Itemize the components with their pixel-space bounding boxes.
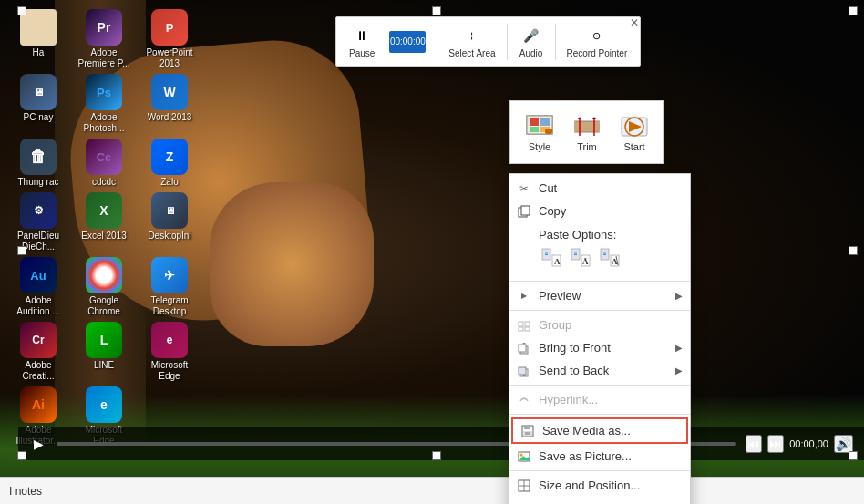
video-bar: ▶ ⏮ ⏭ 00:00,00 🔊 <box>18 427 864 460</box>
menu-item-send-to-back[interactable]: Send to Back ▶ <box>509 359 690 382</box>
volume-prev-button[interactable]: ⏮ <box>746 435 762 453</box>
svg-rect-48 <box>525 432 530 435</box>
select-area-button[interactable]: ⊹ Select Area <box>445 23 499 60</box>
desktop-icon-line[interactable]: L LINE <box>75 322 133 382</box>
desktopini-icon: 🖥 <box>151 192 188 229</box>
record-pointer-icon: ⊙ <box>586 25 608 46</box>
send-to-back-arrow: ▶ <box>675 365 683 375</box>
selection-handle-ml[interactable] <box>17 246 26 255</box>
icon-label-pc: PC nay <box>24 112 54 123</box>
desktop-icon-word[interactable]: W Word 2013 <box>140 74 199 134</box>
svg-marker-13 <box>592 117 596 119</box>
paste-options-label: Paste Options: <box>509 226 683 242</box>
audition-icon: Au <box>20 257 57 293</box>
desktop-icon-zalo[interactable]: Z Zalo <box>140 139 199 188</box>
svg-rect-20 <box>545 252 548 253</box>
size-position-icon <box>517 478 531 493</box>
desktop-icon-desktopini[interactable]: 🖥 DesktopIni <box>140 192 199 252</box>
svg-text:Ā: Ā <box>582 257 589 266</box>
trim-button[interactable]: Trim <box>565 108 609 156</box>
group-icon <box>517 318 531 333</box>
desktop-icon-pc[interactable]: 🖥 PC nay <box>9 74 67 134</box>
style-label: Style <box>529 141 550 152</box>
desktop-icon-file[interactable]: Ha <box>9 9 67 69</box>
desktop-icon-task[interactable]: 🗑 Thung rac <box>9 139 67 188</box>
icon-row-2: 🖥 PC nay Ps Adobe Photosh... W Word 2013 <box>9 74 199 134</box>
selection-handle-bm[interactable] <box>432 451 441 460</box>
paste-options-area: A Ā A <box>509 242 683 274</box>
svg-rect-7 <box>574 121 600 132</box>
desktop-icon-audition[interactable]: Au Adobe Audition ... <box>9 257 67 317</box>
zalo-icon: Z <box>151 139 188 175</box>
paste-options-container: Paste Options: A Ā <box>509 222 690 278</box>
menu-item-bring-to-front[interactable]: Bring to Front ▶ <box>509 336 690 359</box>
svg-rect-35 <box>519 322 523 326</box>
icon-row-3: 🗑 Thung rac Cc cdcdc Z Zalo <box>9 139 199 188</box>
menu-item-save-media[interactable]: Save Media as... <box>511 417 688 444</box>
menu-item-save-picture[interactable]: Save as Picture... <box>509 445 690 468</box>
menu-sep-2 <box>509 310 690 311</box>
menu-item-preview[interactable]: ▶ Preview ▶ <box>509 284 690 307</box>
task-icon: 🗑 <box>20 139 57 175</box>
chrome-icon <box>86 257 122 293</box>
paste-opt-3[interactable]: A <box>597 245 622 271</box>
desktop-icon-ms[interactable]: e Microsoft Edge <box>140 322 199 382</box>
icon-row-5: Au Adobe Audition ... Google Chrome ✈ Te… <box>9 257 199 317</box>
pause-button[interactable]: ⏸ Pause <box>345 23 378 60</box>
selection-handle-br[interactable] <box>849 451 858 460</box>
copy-label: Copy <box>539 204 566 218</box>
svg-rect-4 <box>530 127 539 132</box>
desktop-icon-adobecr[interactable]: Cr Adobe Creati... <box>9 322 67 382</box>
desktop-icon-ppt[interactable]: P PowerPoint 2013 <box>140 9 199 69</box>
menu-item-copy[interactable]: Copy <box>509 200 690 222</box>
bring-to-front-label: Bring to Front <box>539 341 611 355</box>
desktop-icon-premiere[interactable]: Pr Adobe Premiere P... <box>75 9 133 69</box>
menu-item-size-position[interactable]: Size and Position... <box>509 474 690 497</box>
selection-handle-tl[interactable] <box>17 6 26 15</box>
desktop-icon-panel[interactable]: ⚙ PanelDieu DieCh... <box>9 192 67 252</box>
play-button[interactable]: ▶ <box>29 435 47 453</box>
audio-button[interactable]: 🎤 Audio <box>515 23 548 60</box>
desktop-icon-telegram[interactable]: ✈ Telegram Desktop <box>140 257 199 317</box>
send-to-back-icon <box>517 364 531 378</box>
start-button[interactable]: Start <box>612 108 656 156</box>
record-pointer-button[interactable]: ⊙ Record Pointer <box>563 23 632 60</box>
menu-item-format-video[interactable]: Format Video... <box>509 497 690 504</box>
menu-item-cut[interactable]: ✂ Cut <box>509 177 690 200</box>
format-video-icon <box>517 501 531 505</box>
desktop-icon-photoshop[interactable]: Ps Adobe Photosh... <box>75 74 133 134</box>
cut-icon: ✂ <box>517 181 531 196</box>
svg-rect-21 <box>545 254 548 256</box>
icon-label-desktopini: DesktopIni <box>148 231 190 242</box>
start-label: Start <box>623 141 644 152</box>
desktop-icon-chrome[interactable]: Google Chrome <box>75 257 133 317</box>
toolbar-close-button[interactable]: ✕ <box>627 15 642 30</box>
group-label: Group <box>539 318 571 332</box>
paste-opt-2[interactable]: Ā <box>568 245 593 271</box>
desktop-icon-adobetr[interactable]: Cc cdcdc <box>75 139 133 188</box>
audio-icon: 🎤 <box>520 25 542 46</box>
time-button[interactable]: 00:00:00 <box>386 29 429 55</box>
svg-marker-51 <box>519 456 530 460</box>
paste-opt-1[interactable]: A <box>539 245 564 271</box>
selection-handle-tr[interactable] <box>849 6 858 15</box>
bring-to-front-icon <box>517 341 531 355</box>
selection-handle-mr[interactable] <box>849 246 858 255</box>
preview-label: Preview <box>539 289 581 303</box>
save-picture-label: Save as Picture... <box>539 449 632 463</box>
notes-bar: I notes <box>0 477 864 504</box>
menu-sep-5 <box>509 470 690 471</box>
style-button[interactable]: Style <box>518 108 561 156</box>
volume-next-button[interactable]: ⏭ <box>767 435 784 453</box>
selection-handle-bl[interactable] <box>17 451 26 460</box>
menu-sep-3 <box>509 385 690 386</box>
desktop-icon-excel[interactable]: X Excel 2013 <box>75 192 133 252</box>
record-pointer-label: Record Pointer <box>567 48 628 58</box>
notes-label: I notes <box>9 485 42 498</box>
selection-handle-tm[interactable] <box>432 6 441 15</box>
volume-button[interactable]: 🔊 <box>834 435 853 453</box>
trim-label: Trim <box>577 141 597 152</box>
icon-label-zalo: Zalo <box>160 177 178 188</box>
svg-point-50 <box>520 453 523 456</box>
premiere-icon: Pr <box>86 9 122 46</box>
